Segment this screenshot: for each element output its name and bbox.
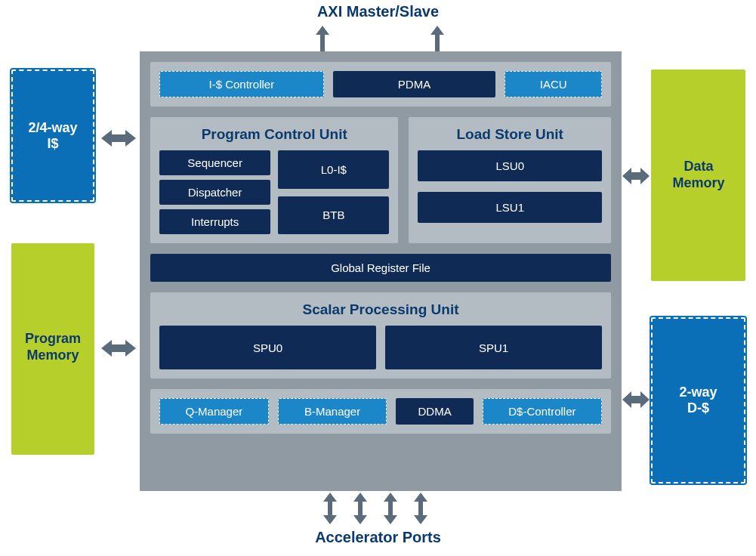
pdma-chip: PDMA [333, 71, 496, 97]
arrow-bidir-icon [622, 391, 650, 408]
arrow-bidir-vertical-icon [353, 493, 367, 524]
arrow-bidir-vertical-icon [384, 493, 397, 524]
spu1-chip: SPU1 [385, 326, 602, 369]
arrow-up-icon [316, 26, 329, 51]
global-register-file: Global Register File [150, 254, 611, 282]
arrow-bidir-vertical-icon [323, 493, 337, 524]
pcu-title: Program Control Unit [159, 126, 389, 143]
icache-box: 2/4-way I$ [11, 70, 94, 202]
ddma-chip: DDMA [396, 398, 473, 425]
spu-panel: Scalar Processing Unit SPU0 SPU1 [150, 292, 611, 378]
core-block: I-$ Controller PDMA IACU Program Control… [140, 51, 622, 491]
icache-controller-chip: I-$ Controller [159, 71, 324, 97]
dispatcher-chip: Dispatcher [159, 180, 270, 205]
lsu-title: Load Store Unit [418, 126, 602, 143]
pcu-panel: Program Control Unit Sequencer Dispatche… [150, 117, 398, 243]
btb-chip: BTB [278, 196, 389, 235]
axi-label: AXI Master/Slave [0, 3, 756, 20]
iacu-chip: IACU [505, 71, 602, 97]
dcache-controller-chip: D$-Controller [483, 398, 602, 425]
spu0-chip: SPU0 [159, 326, 376, 369]
lsu1-chip: LSU1 [418, 192, 602, 223]
arrow-bidir-icon [622, 168, 650, 184]
b-manager-chip: B-Manager [278, 398, 387, 425]
lsu-panel: Load Store Unit LSU0 LSU1 [409, 117, 611, 243]
data-memory-label: Data Memory [657, 159, 740, 191]
spu-title: Scalar Processing Unit [159, 301, 602, 318]
program-memory-label: Program Memory [17, 331, 89, 363]
sequencer-chip: Sequencer [159, 150, 270, 175]
interrupts-chip: Interrupts [159, 209, 270, 234]
l0-icache-chip: L0-I$ [278, 150, 389, 189]
arrow-up-icon [430, 26, 444, 51]
dcache-box: 2-way D-$ [651, 317, 745, 483]
memory-strip: Q-Manager B-Manager DDMA D$-Controller [150, 389, 611, 434]
arrow-bidir-icon [101, 340, 136, 357]
q-manager-chip: Q-Manager [159, 398, 269, 425]
lsu0-chip: LSU0 [418, 150, 602, 181]
arrow-bidir-icon [101, 130, 136, 147]
arrow-bidir-vertical-icon [414, 493, 427, 524]
fetch-strip: I-$ Controller PDMA IACU [150, 62, 611, 107]
accelerator-ports-label: Accelerator Ports [0, 529, 756, 546]
